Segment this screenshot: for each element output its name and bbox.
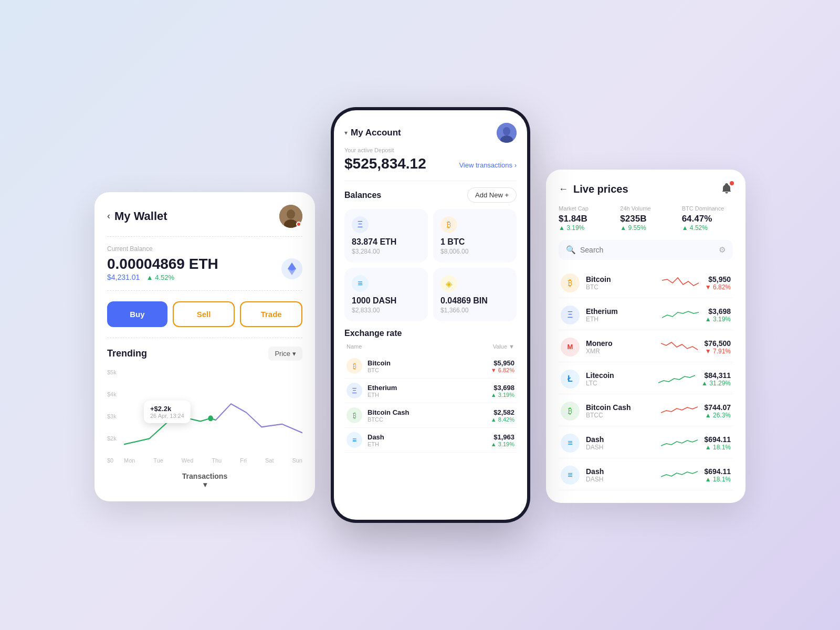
dash2-icon-lp: ≡ [561,466,580,485]
volume-value: $235B [620,214,671,224]
sell-button[interactable]: Sell [173,301,235,327]
eth-tile-fiat: $3,284.00 [352,248,421,255]
dash-tile-fiat: $2,833.00 [352,307,421,314]
phone-avatar [497,123,517,143]
dash-name: Dash [586,435,655,444]
bcc-price: $744.07 [704,403,731,412]
exchange-eth-ticker: ETH [368,392,491,398]
lp-back-arrow-icon[interactable]: ← [559,184,568,195]
balance-section: Current Balance 0.00004869 ETH $4,231.01… [107,245,302,282]
exchange-btc-ticker: BTC [368,367,491,373]
dash-icon-lp: ≡ [561,434,580,453]
bcc-price-col: $744.07 ▲ 26.3% [704,403,731,419]
lp-title: Live prices [573,183,628,195]
exchange-list: ₿ Bitcoin BTC $5,950 ▼ 6.82% Ξ [344,354,517,453]
transactions-footer[interactable]: Transactions ▾ [107,472,302,489]
price-dropdown-label: Price [275,350,290,358]
ltc-sparkline [658,371,695,387]
exchange-eth-name: Etherium [368,384,491,392]
ltc-price-col: $84,311 ▲ 31.29% [701,371,731,387]
trade-button[interactable]: Trade [240,301,302,327]
eth-info: Etherium ETH [586,307,656,323]
price-row-eth: Ξ Etherium ETH $3,698 ▲ 3.19% [559,300,733,330]
bin-tile-amount: 0.04869 BIN [440,296,509,306]
dash-price: $694.11 [704,435,731,444]
notif-dot [730,181,734,185]
phone-divider1 [344,181,517,181]
exchange-title: Exchange rate [344,329,517,338]
action-buttons: Buy Sell Trade [107,301,302,327]
xmr-name: Monero [586,339,655,348]
bcc-icon: ₿ [561,402,580,421]
ltc-name: Litecoin [586,371,652,380]
balance-tile-eth: Ξ 83.874 ETH $3,284.00 [344,209,428,262]
chart-x-sat: Sat [265,457,274,464]
add-new-button[interactable]: Add New + [467,187,517,203]
exchange-dash-info: Dash ETH [368,433,491,447]
dash-ticker: DASH [586,444,655,451]
price-dropdown[interactable]: Price ▾ [268,346,302,361]
wallet-divider2 [107,290,302,291]
exchange-row-eth: Ξ Etherium ETH $3,698 ▲ 3.19% [344,379,517,403]
dash2-price: $694.11 [704,467,731,476]
trending-header: Trending Price ▾ [107,346,302,361]
dash-tile-icon: ≡ [352,275,369,292]
xmr-icon: M [561,338,580,356]
volume-stat: 24h Volume $235B ▲ 9.55% [620,205,671,232]
chart-y-labels: $5k $4k $3k $2k $0 [107,369,117,464]
balance-tile-bin: ◈ 0.04869 BIN $1,366.00 [433,268,517,321]
account-title: My Account [351,128,401,138]
btc-name: Bitcoin [586,275,656,284]
price-row-ltc: Ł Litecoin LTC $84,311 ▲ 31.29% [559,364,733,394]
wallet-divider1 [107,236,302,237]
search-input[interactable] [580,246,715,254]
xmr-price-col: $76,500 ▼ 7.91% [704,339,731,355]
eth-icon [281,258,302,279]
btc-sparkline [662,275,699,291]
exchange-bcc-info: Bitcoin Cash BTCC [368,408,491,423]
exchange-dash-value: $1,963 ▲ 3.19% [491,433,514,447]
exchange-bcc-icon: ₿ [346,407,362,423]
lp-title-row: ← Live prices [559,183,628,195]
market-stats: Market Cap $1.84B ▲ 3.19% 24h Volume $23… [559,205,733,232]
tooltip-date: 26 Apr, 13:24 [150,413,184,419]
exchange-btc-icon: ₿ [346,358,362,374]
eth-sparkline [662,307,699,323]
price-dropdown-chevron: ▾ [292,350,296,358]
dash2-change: ▲ 18.1% [704,476,731,483]
exchange-btc-name: Bitcoin [368,359,491,367]
chart-x-wed: Wed [182,457,193,464]
chart-tooltip: +$2.2k 26 Apr, 13:24 [144,401,191,423]
exchange-btc-info: Bitcoin BTC [368,359,491,373]
exchange-dash-icon: ≡ [346,432,362,448]
price-row-bcc: ₿ Bitcoin Cash BTCC $744.07 ▲ 26.3% [559,396,733,426]
transactions-label: Transactions [182,472,227,480]
filter-icon[interactable]: ⚙ [719,245,726,255]
view-transactions-link[interactable]: View transactions › [459,161,517,169]
balance-amount: 0.00004869 ETH [107,256,218,272]
back-arrow-icon[interactable]: ‹ [107,211,110,222]
market-cap-change: ▲ 3.19% [559,224,610,232]
exchange-btc-value: $5,950 ▼ 6.82% [491,359,514,373]
notification-icon[interactable] [720,182,733,197]
chart-x-sun: Sun [292,457,302,464]
dash-info: Dash DASH [586,435,655,451]
price-row-xmr: M Monero XMR $76,500 ▼ 7.91% [559,332,733,362]
account-title-row: ▾ My Account [344,128,401,138]
ltc-icon: Ł [561,370,580,388]
phone-inner: ▾ My Account Your active Deposit $525,83… [334,110,527,520]
balance-tile-btc: ₿ 1 BTC $8,006.00 [433,209,517,262]
exchange-bcc-ticker: BTCC [368,416,491,423]
btc-price-col: $5,950 ▼ 6.82% [705,275,731,291]
eth-tile-amount: 83.874 ETH [352,237,421,247]
ltc-price: $84,311 [701,371,731,380]
account-chevron-icon: ▾ [344,129,348,136]
xmr-ticker: XMR [586,348,655,355]
btc-dom-change: ▲ 4.52% [682,224,733,232]
phone-screen: ▾ My Account Your active Deposit $525,83… [334,110,527,520]
balance-grid: Ξ 83.874 ETH $3,284.00 ₿ 1 BTC $8,006.00… [344,209,517,321]
transactions-chevron: ▾ [107,480,302,489]
buy-button[interactable]: Buy [107,301,167,327]
volume-label: 24h Volume [620,205,671,212]
volume-change: ▲ 9.55% [620,224,671,232]
